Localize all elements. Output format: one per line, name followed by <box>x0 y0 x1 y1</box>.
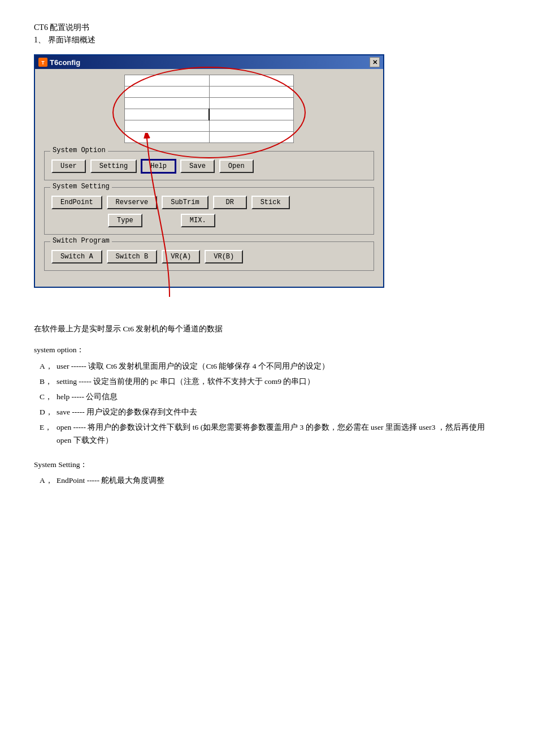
save-button[interactable]: Save <box>180 159 215 173</box>
arrow-area <box>34 297 384 314</box>
channel-cell <box>209 109 294 120</box>
endpoint-button[interactable]: EndPoint <box>51 196 102 209</box>
setting-text-a: EndPoint ----- 舵机最大角度调整 <box>57 474 500 487</box>
table-row <box>125 87 294 98</box>
channel-table <box>124 75 294 143</box>
channel-cell <box>125 87 210 98</box>
open-button[interactable]: Open <box>219 159 254 173</box>
system-setting-label: System Setting <box>50 183 112 191</box>
system-option-buttons: User Setting Help Save Open <box>51 159 367 173</box>
stick-button[interactable]: Stick <box>251 196 290 209</box>
table-row <box>125 98 294 109</box>
user-button[interactable]: User <box>51 159 86 173</box>
switch-program-label: Switch Program <box>50 237 112 245</box>
vr-b-button[interactable]: VR(B) <box>205 250 243 263</box>
channel-cell <box>209 98 294 109</box>
system-setting-section: System Setting EndPoint Revserve SubTrim… <box>44 187 374 235</box>
switch-program-buttons: Switch A Switch B VR(A) VR(B) <box>51 250 367 263</box>
revserve-button[interactable]: Revserve <box>107 196 158 209</box>
setting-item-a: A， EndPoint ----- 舵机最大角度调整 <box>34 474 500 487</box>
window-titlebar: T T6config ✕ <box>35 55 383 69</box>
channel-cell <box>125 75 210 87</box>
desc-item-d: D， save ----- 用户设定的参数保存到文件中去 <box>34 406 500 419</box>
table-row <box>125 120 294 132</box>
desc-text-c: help ----- 公司信息 <box>57 391 500 404</box>
vr-a-button[interactable]: VR(A) <box>162 250 200 263</box>
system-setting-row2: Type MIX. <box>51 214 367 227</box>
window-close-button[interactable]: ✕ <box>370 57 380 67</box>
desc-item-b: B， setting ----- 设定当前使用的 pc 串口（注意，软件不支持大… <box>34 375 500 388</box>
channel-cell <box>125 120 210 132</box>
channel-cell <box>209 87 294 98</box>
desc-text-d: save ----- 用户设定的参数保存到文件中去 <box>57 406 500 419</box>
desc-item-e: E， open ----- 将用户的参数设计文件下载到 t6 (如果您需要将参数… <box>34 421 500 447</box>
channel-display-area <box>44 75 374 143</box>
system-option-section: System Option User Setting Help Save Ope… <box>44 151 374 180</box>
desc-text-b: setting ----- 设定当前使用的 pc 串口（注意，软件不支持大于 c… <box>57 375 500 388</box>
description-block: 在软件最上方是实时显示 Ct6 发射机的每个通道的数据 system optio… <box>34 323 500 487</box>
window-body: System Option User Setting Help Save Ope… <box>35 69 383 287</box>
switch-a-button[interactable]: Switch A <box>51 250 102 263</box>
system-setting-title: System Setting： <box>34 459 500 472</box>
channel-cell <box>209 120 294 132</box>
desc-item-a: A， user ------ 读取 Ct6 发射机里面用户的设定（Ct6 能够保… <box>34 360 500 373</box>
letter-a: A， <box>40 360 57 373</box>
letter-e: E， <box>40 421 57 447</box>
desc-item-c: C， help ----- 公司信息 <box>34 391 500 404</box>
dr-button[interactable]: DR <box>213 196 247 209</box>
channel-cell <box>125 109 210 120</box>
desc-text-a: user ------ 读取 Ct6 发射机里面用户的设定（Ct6 能够保存 4… <box>57 360 500 373</box>
type-button[interactable]: Type <box>108 214 142 227</box>
subtrim-button[interactable]: SubTrim <box>162 196 208 209</box>
app-window: T T6config ✕ <box>34 54 384 288</box>
table-row <box>125 109 294 120</box>
window-title: T6config <box>50 58 80 67</box>
channel-cell <box>125 98 210 109</box>
switch-b-button[interactable]: Switch B <box>107 250 158 263</box>
doc-title: CT6 配置说明书 <box>34 23 500 33</box>
system-setting-row1: EndPoint Revserve SubTrim DR Stick <box>51 196 367 209</box>
titlebar-left: T T6config <box>38 58 80 67</box>
doc-subtitle: 1、 界面详细概述 <box>34 35 500 45</box>
channel-cell <box>125 132 210 143</box>
channel-note: 在软件最上方是实时显示 Ct6 发射机的每个通道的数据 <box>34 323 500 336</box>
desc-text-e: open ----- 将用户的参数设计文件下载到 t6 (如果您需要将参数覆盖用… <box>57 421 500 447</box>
app-icon: T <box>38 58 47 67</box>
letter-b: B， <box>40 375 57 388</box>
setting-button[interactable]: Setting <box>90 159 137 173</box>
channel-cell <box>209 75 294 87</box>
svg-text:T: T <box>41 60 45 66</box>
table-row <box>125 75 294 87</box>
switch-program-section: Switch Program Switch A Switch B VR(A) V… <box>44 241 374 271</box>
letter-d: D， <box>40 406 57 419</box>
channel-cell <box>209 132 294 143</box>
mix-button[interactable]: MIX. <box>181 214 215 227</box>
system-option-label: System Option <box>50 146 108 154</box>
setting-letter-a: A， <box>40 474 57 487</box>
table-row <box>125 132 294 143</box>
system-option-title: system option： <box>34 344 500 357</box>
letter-c: C， <box>40 391 57 404</box>
help-button[interactable]: Help <box>141 159 176 173</box>
